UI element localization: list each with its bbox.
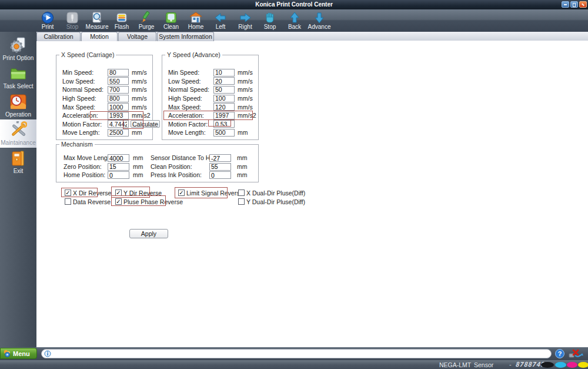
right-button[interactable]: Right xyxy=(233,9,258,32)
home-position-input[interactable] xyxy=(108,171,129,179)
y-normal-speed-input[interactable] xyxy=(213,86,235,94)
left-button[interactable]: Left xyxy=(208,9,233,32)
tab-motion[interactable]: Motion xyxy=(81,32,118,41)
x-high-speed-row: High Speed: mm/s xyxy=(56,94,152,103)
y-normal-speed-row: Normal Speed: mm/s xyxy=(162,85,258,94)
checkbox-x-dual-dir-pluse[interactable]: X Dual-Dir Pluse(Diff) xyxy=(238,189,305,197)
stop-hand-icon xyxy=(263,11,276,24)
status-sensor: Sensor xyxy=(474,361,493,368)
tab-voltage[interactable]: Voltage xyxy=(118,32,156,41)
y-motion-factor-input[interactable] xyxy=(213,120,235,128)
purge-button[interactable]: Purge xyxy=(134,9,159,32)
checkbox-unchecked-icon xyxy=(238,198,245,205)
home-position-label: Home Position: xyxy=(64,171,105,178)
zero-position-input[interactable] xyxy=(108,163,129,171)
title-bar: Konica Print Control Center xyxy=(0,0,588,9)
y-move-length-input[interactable] xyxy=(213,129,235,137)
status-message-bar xyxy=(41,349,552,358)
y-acceleration-row: Acceleration: mm/s2 xyxy=(162,111,258,120)
flash-button[interactable]: Flash xyxy=(109,9,134,32)
x-min-speed-input[interactable] xyxy=(108,69,129,77)
x-motion-factor-input[interactable] xyxy=(108,120,129,128)
apply-button[interactable]: Apply xyxy=(129,229,168,238)
x-low-speed-input[interactable] xyxy=(108,77,129,85)
clean-position-label: Clean Position: xyxy=(151,163,192,170)
clean-position-input[interactable] xyxy=(209,163,231,171)
ink-level-magenta xyxy=(567,362,577,368)
tab-system-information[interactable]: System Information xyxy=(157,32,214,41)
y-acceleration-input[interactable] xyxy=(213,112,235,119)
ink-level-black xyxy=(541,362,554,368)
checkbox-checked-icon: ✓ xyxy=(65,190,71,196)
help-button[interactable]: ? xyxy=(555,349,564,358)
clean-button[interactable]: Clean xyxy=(159,9,183,32)
print-icon xyxy=(41,11,54,24)
y-max-speed-input[interactable] xyxy=(213,103,235,111)
status-bar: NEGA-LMT Sensor - 8788748 xyxy=(0,360,588,369)
tab-calibration[interactable]: Calibration xyxy=(36,32,81,41)
measure-button[interactable]: Measure xyxy=(85,9,109,32)
home-button[interactable]: Home xyxy=(183,9,208,32)
press-ink-position-input[interactable] xyxy=(209,171,231,179)
calculate-button[interactable]: Calculate xyxy=(131,120,160,128)
counter-minus-sign: - xyxy=(509,361,512,368)
checkbox-data-reverse[interactable]: Data Reverse xyxy=(65,198,111,205)
stop-print-button: Stop xyxy=(60,9,85,32)
zero-position-label: Zero Position: xyxy=(64,163,102,170)
y-speed-group-title: Y Speed (Advance) xyxy=(165,51,222,58)
checkbox-checked-icon: ✓ xyxy=(115,198,122,205)
close-button[interactable] xyxy=(579,1,587,8)
x-min-speed-row: Min Speed: mm/s xyxy=(56,68,152,77)
info-icon xyxy=(44,350,51,357)
sidebar-item-maintainance[interactable]: Maintainance xyxy=(0,119,36,148)
checkbox-pluse-phase-reverse[interactable]: ✓ Pluse Phase Reverse xyxy=(115,198,183,205)
mechanism-group-title: Mechanism xyxy=(59,141,95,148)
x-move-length-input[interactable] xyxy=(108,129,129,137)
sidebar-item-print-option[interactable]: Print Option xyxy=(0,35,36,63)
x-speed-group: X Speed (Carriage) Min Speed: mm/s Low S… xyxy=(56,55,153,140)
x-max-speed-input[interactable] xyxy=(108,103,129,111)
menu-button[interactable]: Menu xyxy=(0,348,37,359)
bottom-menu-bar: Menu ? xyxy=(0,347,588,360)
checkbox-y-dir-reverse[interactable]: ✓ Y Dir Reverse xyxy=(115,189,162,197)
x-acceleration-input[interactable] xyxy=(108,112,129,119)
stop-print-icon xyxy=(66,11,79,24)
status-mode: NEGA-LMT xyxy=(439,361,471,368)
x-max-speed-row: Max Speed: mm/s xyxy=(56,102,152,111)
arrow-left-icon xyxy=(214,11,227,24)
y-low-speed-input[interactable] xyxy=(213,77,235,85)
minimize-button[interactable] xyxy=(562,1,569,8)
sensor-distance-input[interactable] xyxy=(209,154,231,162)
back-button[interactable]: Back xyxy=(282,9,307,32)
ink-level-yellow xyxy=(578,362,588,368)
checkbox-x-dir-reverse[interactable]: ✓ X Dir Reverse xyxy=(65,189,111,197)
advance-button[interactable]: Advance xyxy=(307,9,332,32)
sidebar-item-task-select[interactable]: Task Select xyxy=(0,63,36,91)
connection-status-icon[interactable] xyxy=(568,348,583,359)
max-move-length-input[interactable] xyxy=(108,154,129,162)
y-high-speed-row: High Speed: mm/s xyxy=(162,94,258,103)
y-min-speed-input[interactable] xyxy=(213,69,235,77)
y-min-speed-row: Min Speed: mm/s xyxy=(162,68,258,77)
window-title: Konica Print Control Center xyxy=(0,0,588,9)
checkbox-unchecked-icon xyxy=(238,190,245,196)
print-button[interactable]: Print xyxy=(35,9,60,32)
x-normal-speed-input[interactable] xyxy=(108,86,129,94)
clean-icon xyxy=(165,11,178,24)
checkbox-y-dual-dir-pluse[interactable]: Y Dual-Dir Pluse(Diff) xyxy=(238,198,305,205)
y-high-speed-input[interactable] xyxy=(213,95,235,102)
checkbox-checked-icon: ✓ xyxy=(178,190,185,196)
print-option-icon xyxy=(9,36,27,54)
home-icon xyxy=(189,11,202,24)
maximize-button[interactable] xyxy=(570,1,578,8)
sidebar-item-operation[interactable]: Operation xyxy=(0,91,36,119)
sidebar-item-exit[interactable]: Exit xyxy=(0,148,36,176)
checkbox-limit-signal-reverse[interactable]: ✓ Limit Signal Reverse xyxy=(178,189,243,197)
stop-motion-button[interactable]: Stop xyxy=(258,9,282,32)
x-acceleration-row: Acceleration: mm/s2 xyxy=(56,111,152,120)
mechanism-group: Mechanism Max Move Length: mm Sensor Dis… xyxy=(56,144,259,182)
purge-icon xyxy=(140,11,153,24)
x-high-speed-input[interactable] xyxy=(108,95,129,102)
ink-level-cyan xyxy=(555,362,566,368)
y-max-speed-row: Max Speed: mm/s xyxy=(162,102,258,111)
